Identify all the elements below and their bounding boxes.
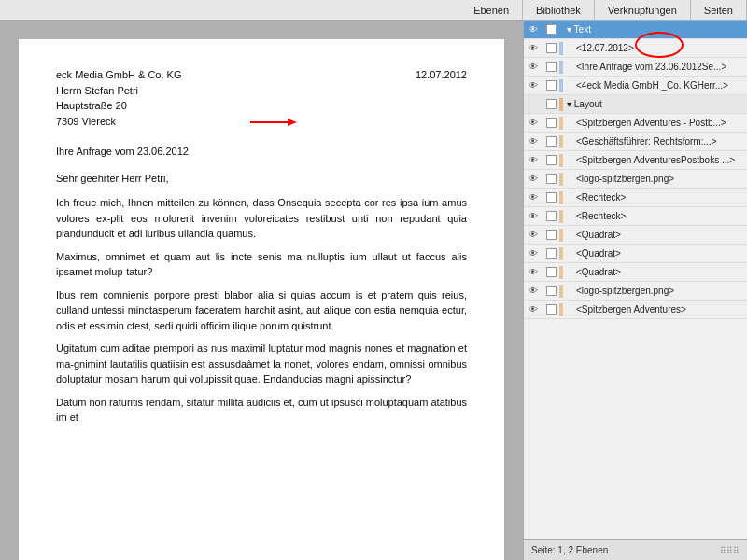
layer-check-box xyxy=(546,230,557,240)
layer-name: <4eck Media GmbH _Co. KGHerr...> xyxy=(576,80,747,91)
tab-bar: Ebenen Bibliothek Verknüpfungen Seiten xyxy=(0,0,747,21)
layer-check-box-wrapper[interactable] xyxy=(543,58,559,77)
layer-row-quadrat3[interactable]: 👁 <Quadrat> xyxy=(524,263,747,282)
layer-eye-icon xyxy=(524,95,543,114)
layer-row-geschaeft[interactable]: 👁 <Geschäftsführer: Rechtsform:...> xyxy=(524,133,747,151)
layer-check-box xyxy=(546,99,557,109)
layer-check-box-wrapper[interactable] xyxy=(543,77,559,95)
layer-check-box xyxy=(546,62,557,72)
layer-name: <Rechteck> xyxy=(576,192,747,203)
layer-row-quadrat2[interactable]: 👁 <Quadrat> xyxy=(524,245,747,263)
status-text: Seite: 1, 2 Ebenen xyxy=(531,545,608,555)
layer-check-box-wrapper[interactable] xyxy=(543,39,559,58)
layer-name: <Quadrat> xyxy=(576,267,747,277)
layer-check-box-wrapper[interactable] xyxy=(543,21,559,39)
layer-check-box-wrapper[interactable] xyxy=(543,263,559,282)
layer-eye-icon[interactable]: 👁 xyxy=(524,114,543,133)
layer-color-indicator xyxy=(559,79,563,92)
panel-handle[interactable]: ⠿⠿⠿ xyxy=(720,546,740,555)
layer-check-box-wrapper[interactable] xyxy=(543,151,559,170)
layer-color-indicator xyxy=(559,229,563,242)
layer-row-layout[interactable]: ▾ Layout xyxy=(524,95,747,114)
layer-eye-icon[interactable]: 👁 xyxy=(524,282,543,301)
layer-row-rechteck2[interactable]: 👁 <Rechteck> xyxy=(524,207,747,226)
layer-color-indicator xyxy=(559,285,563,298)
document-body: Ich freue mich, Ihnen mitteilen zu könne… xyxy=(56,195,467,426)
layer-row-4eck[interactable]: 👁 <4eck Media GmbH _Co. KGHerr...> xyxy=(524,77,747,95)
layer-check-box-wrapper[interactable] xyxy=(543,301,559,319)
layer-color-indicator xyxy=(559,154,563,167)
layer-eye-icon[interactable]: 👁 xyxy=(524,133,543,151)
layer-color-indicator xyxy=(559,42,563,55)
layer-row-date[interactable]: 👁 <12.07.2012> xyxy=(524,39,747,58)
tab-seiten[interactable]: Seiten xyxy=(691,0,747,20)
layer-check-box-wrapper[interactable] xyxy=(543,282,559,301)
layer-eye-icon[interactable]: 👁 xyxy=(524,207,543,226)
layer-row-spitz-postb2[interactable]: 👁 <Spitzbergen AdventuresPostboks ...> xyxy=(524,151,747,170)
layer-eye-icon[interactable]: 👁 xyxy=(524,170,543,189)
layer-name: <12.07.2012> xyxy=(576,43,747,53)
layer-color-indicator xyxy=(559,303,563,316)
document-area: eck Media GmbH & Co. KG Herrn Stefan Pet… xyxy=(0,21,523,560)
tab-bibliothek[interactable]: Bibliothek xyxy=(523,0,595,20)
layer-eye-icon[interactable]: 👁 xyxy=(524,226,543,245)
body-paragraph-3: Ibus rem comnienis porpore presti blabor… xyxy=(56,287,467,334)
layer-row-anfrage[interactable]: 👁 <Ihre Anfrage vom 23.06.2012Se...> xyxy=(524,58,747,77)
tab-verknuepfungen[interactable]: Verknüpfungen xyxy=(595,0,691,20)
layer-row-text[interactable]: 👁 ▾ Text xyxy=(524,21,747,39)
layer-name: <Spitzbergen AdventuresPostboks ...> xyxy=(576,155,747,165)
layer-color-indicator xyxy=(559,247,563,260)
layer-eye-icon[interactable]: 👁 xyxy=(524,263,543,282)
layer-color-indicator xyxy=(559,61,563,74)
layer-check-box xyxy=(546,155,557,165)
layer-row-spitz-adv[interactable]: 👁 <Spitzbergen Adventures> xyxy=(524,301,747,319)
body-paragraph-1: Ich freue mich, Ihnen mitteilen zu könne… xyxy=(56,195,467,242)
layer-eye-icon[interactable]: 👁 xyxy=(524,39,543,58)
layer-check-box xyxy=(546,211,557,221)
layer-eye-icon[interactable]: 👁 xyxy=(524,58,543,77)
layer-check-box xyxy=(546,174,557,184)
layer-check-box-wrapper[interactable] xyxy=(543,133,559,151)
layer-eye-icon[interactable]: 👁 xyxy=(524,189,543,207)
layer-eye-icon[interactable]: 👁 xyxy=(524,151,543,170)
layer-check-box xyxy=(546,286,557,296)
document-date: 12.07.2012 xyxy=(416,67,467,83)
layer-check-box xyxy=(546,248,557,259)
layer-row-logo1[interactable]: 👁 <logo-spitzbergen.png> xyxy=(524,170,747,189)
layer-eye-icon[interactable]: 👁 xyxy=(524,77,543,95)
layer-check-box-wrapper[interactable] xyxy=(543,245,559,263)
layer-check-box xyxy=(546,136,557,147)
layer-name: <Quadrat> xyxy=(576,248,747,259)
layer-color-indicator xyxy=(559,173,563,186)
layer-eye-icon[interactable]: 👁 xyxy=(524,245,543,263)
layer-color-indicator xyxy=(559,191,563,204)
layer-check-box-wrapper[interactable] xyxy=(543,114,559,133)
layer-name-layout: ▾ Layout xyxy=(567,99,747,109)
layer-check-box-wrapper[interactable] xyxy=(543,189,559,207)
layer-name: <Spitzbergen Adventures - Postb...> xyxy=(576,118,747,128)
layer-row-logo2[interactable]: 👁 <logo-spitzbergen.png> xyxy=(524,282,747,301)
layer-check-box xyxy=(546,192,557,203)
layer-check-box xyxy=(546,118,557,128)
layer-name: <Ihre Anfrage vom 23.06.2012Se...> xyxy=(576,62,747,72)
body-paragraph-5: Datum non raturitis rendam, sitatur mill… xyxy=(56,395,467,426)
layer-row-rechteck1[interactable]: 👁 <Rechteck> xyxy=(524,189,747,207)
layer-eye-icon[interactable]: 👁 xyxy=(524,21,543,39)
layer-check-box-wrapper[interactable] xyxy=(543,226,559,245)
body-paragraph-2: Maximus, omnimet et quam aut lis incte s… xyxy=(56,249,467,280)
document-greeting: Sehr geehrter Herr Petri, xyxy=(56,171,467,187)
address-line1: eck Media GmbH & Co. KG xyxy=(56,67,467,83)
tab-ebenen[interactable]: Ebenen xyxy=(460,0,523,20)
layer-color-indicator xyxy=(559,135,563,148)
document-subject: Ihre Anfrage vom 23.06.2012 xyxy=(56,144,467,160)
layer-row-quadrat1[interactable]: 👁 <Quadrat> xyxy=(524,226,747,245)
layer-name: <logo-spitzbergen.png> xyxy=(576,286,747,296)
layer-check-box xyxy=(546,80,557,91)
layer-name: <Geschäftsführer: Rechtsform:...> xyxy=(576,136,747,147)
body-paragraph-4: Ugitatum cum aditae prempori as nus maxi… xyxy=(56,341,467,387)
layer-eye-icon[interactable]: 👁 xyxy=(524,301,543,319)
layer-check-box-wrapper[interactable] xyxy=(543,207,559,226)
layer-check-box xyxy=(546,304,557,315)
layer-check-box-wrapper[interactable] xyxy=(543,170,559,189)
layer-row-spitz-postb[interactable]: 👁 <Spitzbergen Adventures - Postb...> xyxy=(524,114,747,133)
